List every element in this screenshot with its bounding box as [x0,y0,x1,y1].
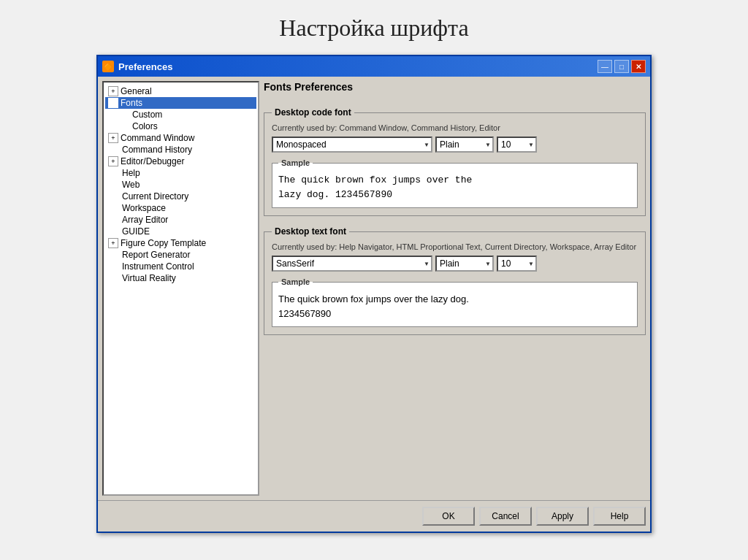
cancel-button[interactable]: Cancel [479,507,532,526]
text-font-used-by: Currently used by: Help Navigator, HTML … [272,242,638,251]
code-sample-line1: The quick brown fox jumps over the [278,174,472,185]
sidebar-item-workspace[interactable]: Workspace [105,202,256,214]
sidebar-label-custom: Custom [132,110,162,120]
sidebar-label-help: Help [122,168,140,178]
text-sample-line1: The quick brown fox jumps over the lazy … [278,294,469,304]
sidebar-label-general: General [121,86,152,96]
preferences-window: 🔶 Preferences — □ ✕ + General - Fonts [96,55,652,533]
expand-icon-figure[interactable]: + [108,238,118,248]
app-icon: 🔶 [102,61,114,72]
text-font-group-label: Desktop text font [272,226,349,237]
code-font-size-select[interactable]: 8 9 10 11 12 14 [497,137,537,153]
code-sample-label: Sample [278,158,313,167]
sidebar-label-array-editor: Array Editor [122,215,168,225]
sidebar-item-guide[interactable]: GUIDE [105,226,256,237]
sidebar-label-current-directory: Current Directory [122,191,188,202]
sidebar-item-general[interactable]: + General [105,85,256,97]
code-font-name-select[interactable]: Monospaced Courier New Courier Lucida Co… [272,137,432,153]
expand-icon-editor[interactable]: + [108,156,118,166]
text-sample-text: The quick brown fox jumps over the lazy … [278,292,631,321]
window-title: Preferences [118,61,172,72]
sidebar-label-report-generator: Report Generator [122,250,190,260]
code-font-size-wrapper: 8 9 10 11 12 14 [497,137,537,153]
minimize-button[interactable]: — [598,60,612,73]
sidebar-label-guide: GUIDE [122,226,150,237]
expand-icon-cmdwin[interactable]: + [108,133,118,143]
sidebar-item-figure-copy-template[interactable]: + Figure Copy Template [105,237,256,249]
sidebar-item-fonts[interactable]: - Fonts [105,97,256,109]
titlebar: 🔶 Preferences — □ ✕ [98,56,650,77]
sidebar-item-help[interactable]: Help [105,167,256,179]
titlebar-left: 🔶 Preferences [102,61,172,72]
window-body: + General - Fonts Custom Colors + Comman… [98,77,650,500]
text-font-name-wrapper: SansSerif Arial Helvetica Tahoma [272,256,432,272]
code-font-name-wrapper: Monospaced Courier New Courier Lucida Co… [272,137,432,153]
text-font-controls: SansSerif Arial Helvetica Tahoma Plain B… [272,256,638,272]
sidebar-item-current-directory[interactable]: Current Directory [105,191,256,202]
sidebar-label-colors: Colors [132,121,158,131]
window-controls: — □ ✕ [598,60,646,73]
text-font-size-wrapper: 8 9 10 11 12 14 [497,256,537,272]
sidebar-label-command-history: Command History [122,145,192,155]
sidebar-label-instrument-control: Instrument Control [122,261,194,272]
bottom-bar: OK Cancel Apply Help [98,500,650,532]
code-font-style-select[interactable]: Plain Bold Italic Bold Italic [435,137,494,153]
expand-icon-fonts[interactable]: - [108,98,118,108]
sidebar-label-workspace: Workspace [122,203,166,213]
code-font-sample-box: Sample The quick brown fox jumps over th… [272,158,638,208]
sidebar-item-report-generator[interactable]: Report Generator [105,249,256,261]
sidebar-label-editor-debugger: Editor/Debugger [121,156,184,166]
desktop-text-font-group: Desktop text font Currently used by: Hel… [264,226,646,335]
text-font-style-wrapper: Plain Bold Italic Bold Italic [435,256,494,272]
code-sample-text: The quick brown fox jumps over the lazy … [278,173,631,202]
sidebar-label-virtual-reality: Virtual Reality [122,273,176,283]
sidebar-item-editor-debugger[interactable]: + Editor/Debugger [105,156,256,167]
panel-title: Fonts Preferences [264,81,646,93]
page-title: Настройка шрифта [279,15,468,42]
main-panel: Fonts Preferences Desktop code font Curr… [264,81,646,496]
text-sample-label: Sample [278,277,313,286]
sidebar-item-instrument-control[interactable]: Instrument Control [105,261,256,272]
text-sample-line2: 1234567890 [278,308,331,319]
code-font-style-wrapper: Plain Bold Italic Bold Italic [435,137,494,153]
desktop-code-font-group: Desktop code font Currently used by: Com… [264,107,646,216]
code-font-group-label: Desktop code font [272,107,354,118]
text-font-size-select[interactable]: 8 9 10 11 12 14 [497,256,537,272]
sidebar-item-virtual-reality[interactable]: Virtual Reality [105,272,256,284]
maximize-button[interactable]: □ [614,60,629,73]
close-button[interactable]: ✕ [631,60,646,73]
sidebar-item-command-history[interactable]: Command History [105,144,256,156]
sidebar-label-fonts: Fonts [121,98,142,108]
sidebar-label-command-window: Command Window [121,133,194,143]
apply-button[interactable]: Apply [536,507,589,526]
sidebar-item-custom[interactable]: Custom [105,109,256,120]
sidebar-item-command-window[interactable]: + Command Window [105,132,256,144]
sidebar-label-web: Web [122,180,140,190]
sidebar-item-web[interactable]: Web [105,179,256,191]
text-font-sample-box: Sample The quick brown fox jumps over th… [272,277,638,327]
sidebar-item-colors[interactable]: Colors [105,120,256,132]
sidebar-item-array-editor[interactable]: Array Editor [105,214,256,226]
sidebar-label-figure-copy-template: Figure Copy Template [121,238,206,248]
text-font-name-select[interactable]: SansSerif Arial Helvetica Tahoma [272,256,432,272]
text-font-style-select[interactable]: Plain Bold Italic Bold Italic [435,256,494,272]
help-button[interactable]: Help [593,507,646,526]
sidebar-tree: + General - Fonts Custom Colors + Comman… [102,81,259,496]
expand-icon-general[interactable]: + [108,86,118,96]
ok-button[interactable]: OK [422,507,475,526]
code-font-used-by: Currently used by: Command Window, Comma… [272,123,638,132]
code-sample-line2: lazy dog. 1234567890 [278,189,392,200]
code-font-controls: Monospaced Courier New Courier Lucida Co… [272,137,638,153]
